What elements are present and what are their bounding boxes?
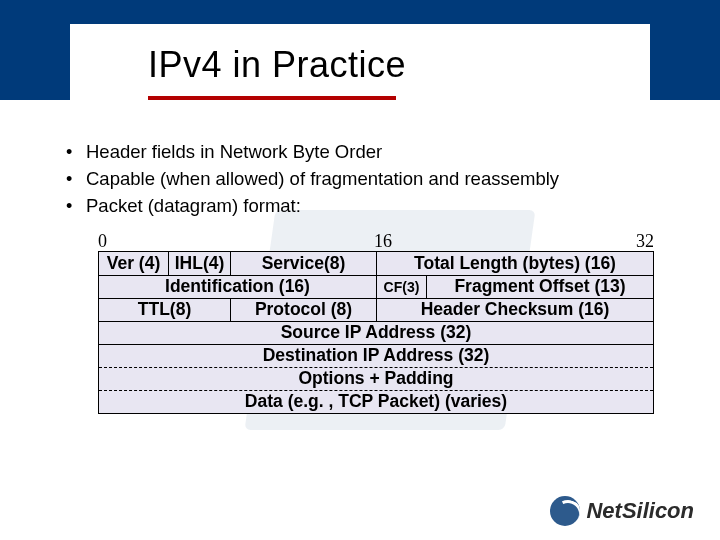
field-identification: Identification (16) bbox=[99, 276, 377, 298]
bit-label-32: 32 bbox=[636, 231, 654, 252]
field-service: Service(8) bbox=[231, 252, 377, 275]
header-row-7: Data (e.g. , TCP Packet) (varies) bbox=[99, 390, 653, 413]
title-underline bbox=[148, 96, 396, 100]
field-data: Data (e.g. , TCP Packet) (varies) bbox=[99, 391, 653, 413]
bullet-list: Header fields in Network Byte Order Capa… bbox=[60, 140, 670, 219]
bullet-item: Packet (datagram) format: bbox=[60, 194, 670, 219]
field-ttl: TTL(8) bbox=[99, 299, 231, 321]
field-fragment-offset: Fragment Offset (13) bbox=[427, 276, 653, 298]
field-total-length: Total Length (bytes) (16) bbox=[377, 252, 653, 275]
slide-title: IPv4 in Practice bbox=[148, 44, 406, 86]
logo-text-silicon: Silicon bbox=[622, 498, 694, 523]
bullet-item: Capable (when allowed) of fragmentation … bbox=[60, 167, 670, 192]
header-row-5: Destination IP Address (32) bbox=[99, 344, 653, 367]
field-protocol: Protocol (8) bbox=[231, 299, 377, 321]
logo-icon bbox=[550, 496, 580, 526]
field-version: Ver (4) bbox=[99, 252, 169, 275]
field-checksum: Header Checksum (16) bbox=[377, 299, 653, 321]
bullet-item: Header fields in Network Byte Order bbox=[60, 140, 670, 165]
bit-label-0: 0 bbox=[98, 231, 107, 252]
bit-ruler: 0 16 32 bbox=[98, 231, 654, 251]
field-dest-ip: Destination IP Address (32) bbox=[99, 345, 653, 367]
brand-logo: NetSilicon bbox=[550, 496, 694, 526]
field-control-flags: CF(3) bbox=[377, 276, 427, 298]
field-ihl: IHL(4) bbox=[169, 252, 231, 275]
logo-text-net: Net bbox=[586, 498, 621, 523]
field-options: Options + Padding bbox=[99, 368, 653, 390]
header-row-3: TTL(8) Protocol (8) Header Checksum (16) bbox=[99, 298, 653, 321]
content-area: Header fields in Network Byte Order Capa… bbox=[60, 140, 670, 414]
header-row-2: Identification (16) CF(3) Fragment Offse… bbox=[99, 275, 653, 298]
bit-label-16: 16 bbox=[374, 231, 392, 252]
field-source-ip: Source IP Address (32) bbox=[99, 322, 653, 344]
logo-text: NetSilicon bbox=[586, 498, 694, 524]
title-box: IPv4 in Practice bbox=[70, 24, 650, 106]
ipv4-header-diagram: Ver (4) IHL(4) Service(8) Total Length (… bbox=[98, 251, 654, 414]
header-row-4: Source IP Address (32) bbox=[99, 321, 653, 344]
header-row-1: Ver (4) IHL(4) Service(8) Total Length (… bbox=[99, 252, 653, 275]
header-row-6: Options + Padding bbox=[99, 367, 653, 390]
